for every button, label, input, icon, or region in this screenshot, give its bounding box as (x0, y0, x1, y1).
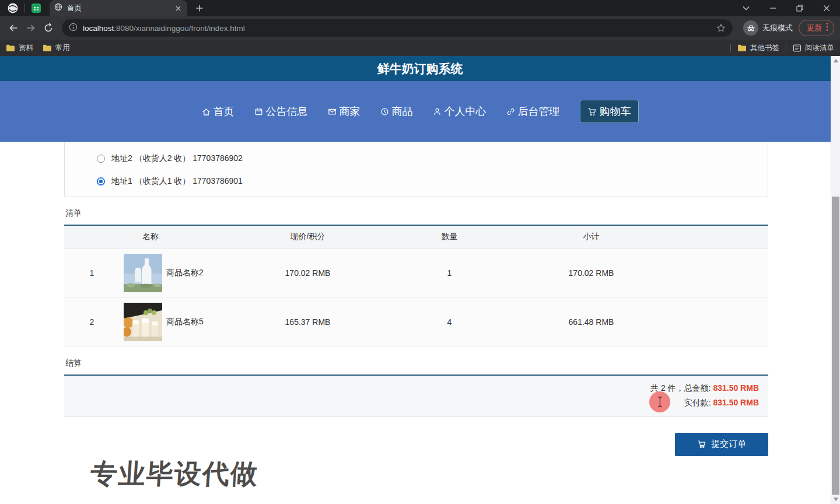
forward-button[interactable] (22, 19, 40, 37)
column-header-name: 名称 (64, 225, 237, 249)
browser-menu-dots-icon[interactable] (826, 22, 828, 34)
nav-item-admin[interactable]: 后台管理 (506, 104, 560, 118)
browser-window: 首页 (0, 0, 840, 504)
settlement-section-label: 结算 (65, 358, 768, 369)
bookmarks-bar: 资料 常用 其他书签 阅读清单 (0, 40, 840, 56)
admin-link-icon (506, 107, 515, 116)
radio-checked[interactable] (97, 177, 105, 186)
bookmark-label: 其他书签 (750, 43, 779, 53)
radio-unchecked[interactable] (97, 155, 105, 163)
cell-subtotal: 661.48 RMB (520, 298, 662, 346)
restore-button[interactable] (786, 0, 813, 16)
incognito-label: 无痕模式 (762, 23, 793, 33)
paid-amount: 831.50 RMB (713, 398, 759, 407)
divider (786, 44, 786, 52)
tab-close-icon[interactable] (174, 4, 183, 13)
page-title: 鲜牛奶订购系统 (377, 62, 463, 75)
extension-icon[interactable] (31, 3, 41, 13)
product-image-milk-bottle (124, 254, 162, 292)
window-controls (733, 0, 840, 16)
address-option-label: 地址2 （收货人2 收） 17703786902 (111, 153, 243, 164)
bookmark-folder-changyong[interactable]: 常用 (43, 43, 70, 53)
other-bookmarks-button[interactable]: 其他书签 (737, 43, 779, 53)
incognito-badge: 无痕模式 (743, 20, 793, 36)
divider (730, 44, 731, 52)
nav-label: 首页 (214, 104, 235, 118)
site-title-bar: 鲜牛奶订购系统 (0, 56, 840, 81)
nav-item-bulletin[interactable]: 公告信息 (254, 104, 308, 118)
bookmark-folder-ziliao[interactable]: 资料 (6, 43, 33, 53)
scrollbar-up-arrow[interactable] (831, 57, 840, 65)
site-info-icon[interactable] (69, 23, 78, 34)
browser-logo-icon[interactable] (7, 2, 19, 14)
incognito-icon (743, 20, 758, 36)
bookmark-label: 常用 (55, 43, 70, 53)
cart-icon (697, 440, 706, 449)
nav-label: 商品 (392, 104, 413, 118)
nav-item-product[interactable]: 商品 (380, 104, 413, 118)
scrollbar[interactable] (831, 56, 840, 504)
update-button[interactable]: 更新 (799, 20, 834, 36)
cart-row-2: 2 (64, 298, 768, 346)
browser-tab[interactable]: 首页 (50, 0, 187, 16)
new-tab-button[interactable] (195, 4, 204, 12)
tab-globe-icon (54, 3, 62, 13)
minimize-button[interactable] (760, 0, 786, 16)
nav-item-merchant[interactable]: 商家 (328, 104, 360, 118)
submit-label: 提交订单 (711, 439, 746, 450)
cursor-highlight (649, 391, 670, 412)
watermark-text: 专业毕设代做 (89, 456, 260, 492)
address-option-2[interactable]: 地址2 （收货人2 收） 17703786902 (97, 147, 768, 170)
cell-subtotal: 170.02 RMB (520, 249, 662, 298)
url-host: localhost (83, 24, 114, 33)
home-icon (202, 107, 211, 116)
nav-item-cart[interactable]: 购物车 (580, 100, 639, 123)
web-page: 鲜牛奶订购系统 首页 公告信息 商家 商品 个人中心 (0, 56, 840, 504)
browser-menu-chevron-icon[interactable] (733, 0, 760, 16)
close-button[interactable] (813, 0, 840, 16)
cell-image (120, 249, 166, 298)
bookmark-star-icon[interactable] (716, 23, 726, 33)
nav-label: 购物车 (600, 104, 631, 118)
divider (24, 4, 25, 13)
nav-item-home[interactable]: 首页 (202, 104, 235, 118)
column-header-empty (662, 225, 768, 249)
back-button[interactable] (5, 19, 22, 37)
address-option-label: 地址1 （收货人1 收） 17703786901 (111, 176, 243, 187)
cell-index: 1 (64, 249, 120, 298)
cart-section-label: 清单 (65, 208, 768, 219)
bookmark-label: 资料 (19, 43, 33, 53)
url-text[interactable]: localhost:8080/xiannaidinggou/front/inde… (83, 24, 245, 33)
address-option-1[interactable]: 地址1 （收货人1 收） 17703786901 (97, 170, 768, 192)
paid-label: 实付款: (684, 398, 711, 407)
cart-table-header-row: 名称 现价/积分 数量 小计 (64, 225, 768, 249)
address-bar[interactable]: localhost:8080/xiannaidinggou/front/inde… (62, 19, 733, 37)
reading-list-button[interactable]: 阅读清单 (793, 43, 834, 53)
bookmarks-right: 其他书签 阅读清单 (724, 43, 834, 53)
nav-label: 商家 (340, 104, 360, 118)
cart-icon (587, 107, 597, 116)
cell-empty (662, 298, 768, 346)
total-amount: 831.50 RMB (713, 383, 759, 393)
scrollbar-down-arrow[interactable] (831, 495, 840, 503)
reading-list-icon (793, 44, 802, 52)
cell-qty: 4 (379, 298, 520, 346)
nav-item-profile[interactable]: 个人中心 (433, 104, 487, 118)
cell-index: 2 (64, 298, 120, 346)
browser-toolbar: localhost:8080/xiannaidinggou/front/inde… (0, 16, 840, 40)
merchant-icon (328, 107, 337, 116)
browser-tab-strip: 首页 (0, 0, 840, 16)
update-label: 更新 (807, 23, 822, 33)
cell-price: 165.37 RMB (237, 298, 379, 346)
scrollbar-thumb[interactable] (832, 197, 839, 495)
nav-label: 个人中心 (444, 104, 487, 118)
nav-label: 后台管理 (518, 104, 560, 118)
folder-icon (6, 44, 15, 52)
cell-empty (662, 249, 768, 298)
cell-product-name: 商品名称5 (166, 298, 237, 346)
folder-icon (43, 44, 52, 52)
bookmark-label: 阅读清单 (805, 43, 834, 53)
submit-order-button[interactable]: 提交订单 (675, 433, 768, 456)
reload-button[interactable] (40, 19, 57, 37)
text-cursor-icon (657, 396, 663, 408)
